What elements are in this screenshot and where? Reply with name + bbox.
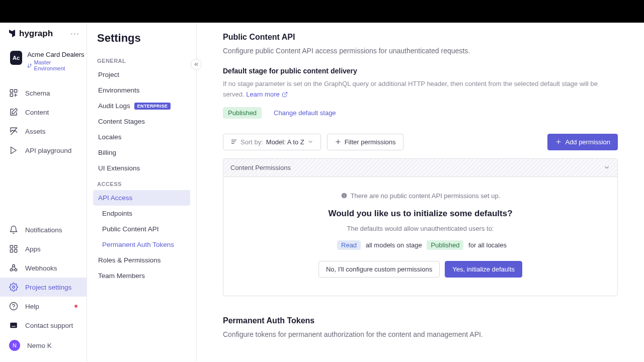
- subnav-billing[interactable]: Billing: [93, 145, 190, 160]
- chevron-down-icon: [307, 139, 313, 145]
- public-api-desc: Configure public Content API access perm…: [223, 47, 618, 55]
- empty-state-desc: The defaults would allow unauthenticated…: [233, 225, 607, 232]
- default-stage-title: Default stage for public content deliver…: [223, 67, 618, 75]
- add-permission-button[interactable]: Add permission: [547, 134, 618, 150]
- default-stage-desc: If no stage parameter is set on the Grap…: [223, 79, 618, 100]
- chevron-down-icon: [603, 164, 610, 171]
- nav-notifications[interactable]: Notifications: [0, 220, 87, 239]
- schema-icon: [9, 88, 18, 98]
- subnav-ui-extensions[interactable]: UI Extensions: [93, 160, 190, 176]
- subnav-content-stages[interactable]: Content Stages: [93, 114, 190, 129]
- public-api-title: Public Content API: [223, 33, 618, 42]
- plus-icon: [335, 138, 342, 145]
- settings-title: Settings: [93, 32, 190, 53]
- panel-header[interactable]: Content Permissions: [223, 159, 617, 177]
- project-name: Acme Card Dealers: [27, 51, 76, 58]
- support-icon: [9, 321, 18, 330]
- svg-point-13: [13, 286, 15, 289]
- svg-rect-15: [10, 323, 17, 328]
- empty-state-title: Would you like us to initialize some def…: [233, 209, 607, 219]
- project-env: Master Environment: [27, 59, 76, 71]
- section-access: ACCESS: [93, 176, 190, 190]
- play-icon: [9, 146, 18, 155]
- subnav-audit-logs[interactable]: Audit Logs ENTERPRISE: [93, 98, 190, 114]
- help-indicator: [74, 305, 77, 308]
- bell-icon: [9, 225, 18, 234]
- logo-text: hygraph: [19, 29, 53, 39]
- sort-button[interactable]: Sort by: Model: A to Z: [223, 134, 321, 150]
- nav-settings[interactable]: Project settings: [0, 278, 87, 297]
- project-switcher[interactable]: Ac Acme Card Dealers Master Environment: [4, 47, 83, 75]
- empty-state-info: There are no public content API permissi…: [341, 192, 501, 200]
- nav-help[interactable]: Help: [0, 297, 87, 316]
- yes-initialize-button[interactable]: Yes, initialize defaults: [445, 261, 522, 278]
- pat-desc: Configure tokens for permanent authoriza…: [223, 330, 618, 338]
- subnav-environments[interactable]: Environments: [93, 82, 190, 98]
- filter-button[interactable]: Filter permissions: [327, 134, 404, 150]
- user-avatar: N: [9, 340, 20, 351]
- change-default-stage-link[interactable]: Change default stage: [274, 109, 336, 117]
- svg-rect-1: [15, 89, 17, 92]
- enterprise-badge: ENTERPRISE: [134, 103, 171, 110]
- gear-icon: [9, 283, 18, 292]
- nav-webhooks[interactable]: Webhooks: [0, 258, 87, 278]
- svg-rect-9: [15, 250, 17, 252]
- stage-badge: Published: [223, 107, 262, 119]
- user-menu[interactable]: N Nemo K: [0, 335, 87, 356]
- section-general: GENERAL: [93, 53, 190, 67]
- assets-icon: [9, 127, 18, 136]
- external-link-icon: [282, 92, 288, 98]
- project-avatar: Ac: [10, 51, 22, 65]
- branch-icon: [27, 63, 32, 68]
- nav-apps[interactable]: Apps: [0, 239, 87, 258]
- logo[interactable]: hygraph: [8, 29, 53, 39]
- nav-assets[interactable]: Assets: [0, 122, 87, 141]
- chevron-left-double-icon: [193, 61, 199, 67]
- help-icon: [9, 302, 18, 311]
- subnav-project[interactable]: Project: [93, 67, 190, 82]
- subnav-api-access[interactable]: API Access: [93, 190, 190, 206]
- svg-rect-2: [10, 94, 13, 97]
- info-icon: [341, 192, 348, 199]
- svg-rect-16: [12, 326, 16, 327]
- svg-point-14: [10, 303, 18, 310]
- subnav-permanent-auth-tokens[interactable]: Permanent Auth Tokens: [93, 237, 190, 252]
- subnav-team[interactable]: Team Members: [93, 268, 190, 284]
- nav-playground[interactable]: API playground: [0, 141, 87, 160]
- no-custom-button[interactable]: No, I'll configure custom permissions: [318, 261, 440, 278]
- content-icon: [9, 108, 18, 117]
- svg-rect-7: [15, 245, 17, 248]
- nav-content[interactable]: Content: [0, 103, 87, 122]
- collapse-sidebar-button[interactable]: [191, 59, 202, 70]
- subnav-public-content-api[interactable]: Public Content API: [93, 221, 190, 237]
- plus-icon: [555, 138, 562, 145]
- content-permissions-panel: Content Permissions There are no public …: [223, 158, 618, 296]
- webhooks-icon: [9, 263, 18, 273]
- subnav-locales[interactable]: Locales: [93, 129, 190, 145]
- more-menu-icon[interactable]: [71, 33, 78, 35]
- learn-more-link[interactable]: Learn more: [246, 89, 287, 100]
- subnav-endpoints[interactable]: Endpoints: [93, 206, 190, 221]
- default-permission-preview: Read all models on stage Published for a…: [233, 240, 607, 250]
- svg-rect-6: [10, 245, 13, 248]
- svg-marker-5: [11, 147, 17, 154]
- svg-rect-0: [10, 89, 13, 92]
- hygraph-logo-icon: [8, 29, 16, 39]
- subnav-roles[interactable]: Roles & Permissions: [93, 252, 190, 268]
- svg-rect-8: [10, 250, 13, 252]
- apps-icon: [9, 244, 18, 253]
- pat-title: Permanent Auth Tokens: [223, 316, 618, 325]
- nav-schema[interactable]: Schema: [0, 83, 87, 103]
- sort-icon: [230, 138, 237, 145]
- main-content: Public Content API Configure public Cont…: [196, 23, 644, 362]
- nav-support[interactable]: Contact support: [0, 316, 87, 335]
